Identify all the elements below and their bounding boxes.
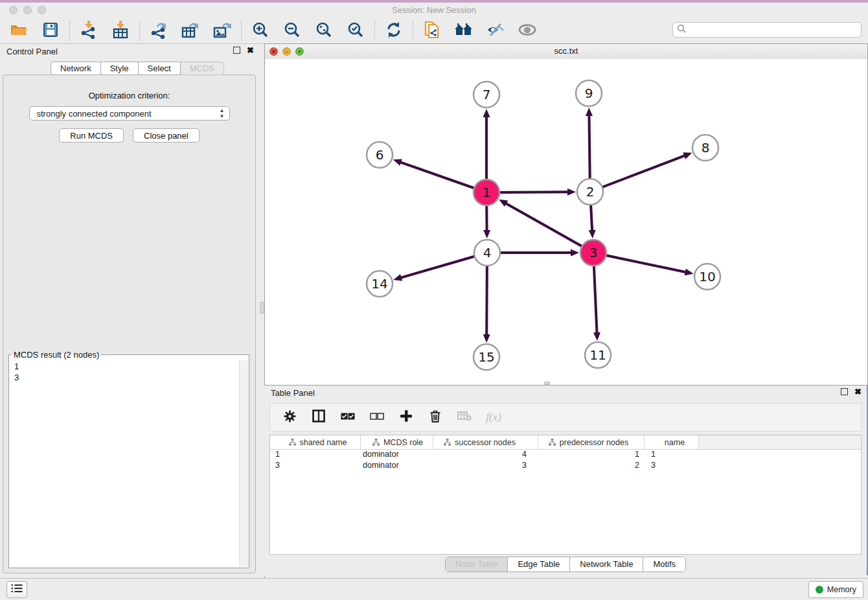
open-folder-icon bbox=[10, 22, 28, 40]
cell-shared-name[interactable]: 3 bbox=[270, 461, 361, 472]
export-image-button[interactable] bbox=[212, 21, 233, 41]
graph-node-label: 2 bbox=[586, 184, 595, 200]
network-canvas[interactable]: 7968124314101511 bbox=[265, 59, 867, 385]
column-header-name[interactable]: name bbox=[645, 435, 699, 449]
table-settings-button[interactable] bbox=[282, 410, 297, 424]
graph-node-label: 7 bbox=[483, 87, 491, 102]
table-row[interactable]: 3 dominator 3 2 3 bbox=[270, 461, 861, 472]
show-columns-button[interactable] bbox=[312, 410, 326, 424]
open-session-button[interactable] bbox=[8, 21, 29, 41]
save-session-button[interactable] bbox=[40, 21, 61, 41]
graph-node-label: 3 bbox=[589, 245, 598, 260]
zoom-out-button[interactable] bbox=[282, 21, 303, 41]
delete-column-button[interactable] bbox=[428, 410, 442, 424]
tab-network[interactable]: Network bbox=[51, 62, 101, 75]
graph-edge-arrow bbox=[589, 230, 596, 238]
export-table-button[interactable] bbox=[180, 21, 201, 41]
columns-icon bbox=[312, 410, 325, 425]
search-box[interactable] bbox=[672, 22, 862, 38]
close-table-panel-icon[interactable]: ✖ bbox=[854, 388, 862, 395]
eye-icon bbox=[518, 24, 536, 38]
search-icon bbox=[677, 24, 686, 36]
export-image-icon bbox=[213, 21, 231, 41]
cell-predecessor-nodes[interactable]: 2 bbox=[538, 461, 645, 472]
column-header-shared-name[interactable]: shared name bbox=[270, 435, 361, 449]
result-scrollbar[interactable] bbox=[239, 360, 248, 567]
graph-edge[interactable] bbox=[506, 203, 593, 253]
tab-edge-table[interactable]: Edge Table bbox=[507, 557, 569, 571]
cell-mcds-role[interactable]: dominator bbox=[361, 461, 433, 472]
select-all-button[interactable] bbox=[341, 410, 355, 424]
run-mcds-button[interactable]: Run MCDS bbox=[59, 128, 124, 143]
deselect-all-button[interactable] bbox=[370, 410, 384, 424]
add-column-button[interactable] bbox=[399, 410, 413, 424]
network-close-button[interactable]: ✕ bbox=[269, 47, 278, 56]
graph-edge[interactable] bbox=[590, 156, 685, 192]
close-panel-button[interactable]: Close panel bbox=[133, 128, 200, 143]
criterion-select[interactable]: strongly connected component ▲▼ bbox=[29, 106, 230, 121]
tab-motifs[interactable]: Motifs bbox=[643, 557, 685, 571]
cell-name[interactable]: 3 bbox=[645, 461, 699, 472]
function-builder-button[interactable]: f(x) bbox=[486, 410, 501, 424]
tab-mcds[interactable]: MCDS bbox=[181, 62, 224, 75]
network-graph: 7968124314101511 bbox=[265, 59, 867, 385]
tab-select[interactable]: Select bbox=[139, 62, 181, 75]
tab-network-table[interactable]: Network Table bbox=[569, 557, 643, 571]
table-row[interactable]: 1 dominator 4 1 1 bbox=[270, 450, 861, 461]
column-header-predecessor-nodes[interactable]: predecessor nodes bbox=[538, 435, 645, 449]
zoom-in-button[interactable] bbox=[250, 21, 271, 41]
memory-button[interactable]: Memory bbox=[808, 581, 863, 598]
close-panel-icon[interactable]: ✖ bbox=[247, 47, 254, 54]
graph-node-label: 8 bbox=[702, 140, 710, 156]
clone-network-button[interactable] bbox=[422, 21, 442, 41]
graph-edge-arrow bbox=[393, 159, 402, 165]
tree-icon bbox=[444, 439, 451, 446]
cell-mcds-role[interactable]: dominator bbox=[361, 450, 433, 461]
float-table-panel-icon[interactable] bbox=[841, 388, 848, 395]
splitter-grip[interactable] bbox=[260, 302, 264, 314]
refresh-button[interactable] bbox=[383, 21, 404, 41]
graph-node-label: 10 bbox=[699, 269, 715, 284]
control-panel-tabs: Network Style Select MCDS bbox=[51, 62, 224, 75]
graph-node-label: 15 bbox=[478, 349, 494, 365]
import-network-button[interactable] bbox=[78, 21, 99, 41]
zoom-in-icon bbox=[252, 21, 269, 41]
tab-node-table[interactable]: Node Table bbox=[446, 557, 508, 571]
delete-table-icon bbox=[457, 411, 472, 424]
graph-edge[interactable] bbox=[593, 253, 686, 272]
zoom-fit-button[interactable] bbox=[314, 21, 334, 41]
import-table-button[interactable] bbox=[110, 21, 131, 41]
network-maximize-button[interactable]: + bbox=[295, 47, 304, 56]
cell-name[interactable]: 1 bbox=[645, 450, 699, 461]
cell-successor-nodes[interactable]: 4 bbox=[433, 450, 538, 461]
task-history-button[interactable] bbox=[6, 581, 27, 598]
column-header-mcds-role[interactable]: MCDS role bbox=[361, 435, 433, 449]
status-bar: Memory bbox=[0, 578, 868, 600]
tab-style[interactable]: Style bbox=[101, 62, 139, 75]
cell-shared-name[interactable]: 1 bbox=[270, 450, 361, 461]
graph-edge-arrow bbox=[483, 230, 490, 238]
search-input[interactable] bbox=[689, 23, 861, 36]
import-network-icon bbox=[80, 21, 97, 41]
cell-successor-nodes[interactable]: 3 bbox=[433, 461, 538, 472]
mcds-panel: Optimization criterion: strongly connect… bbox=[3, 75, 256, 573]
table-toolbar: f(x) bbox=[269, 403, 862, 432]
show-graphics-button[interactable] bbox=[517, 21, 538, 41]
network-minimize-button[interactable]: − bbox=[282, 47, 291, 56]
cell-predecessor-nodes[interactable]: 1 bbox=[538, 450, 645, 461]
graph-node-label: 9 bbox=[585, 86, 593, 101]
hide-selected-button[interactable] bbox=[485, 21, 506, 41]
delete-table-button[interactable] bbox=[457, 410, 472, 424]
checked-boxes-icon bbox=[341, 411, 355, 423]
header-filler bbox=[699, 435, 861, 449]
home-button[interactable] bbox=[453, 21, 474, 41]
memory-label: Memory bbox=[827, 585, 856, 594]
network-window-titlebar[interactable]: ✕ − + scc.txt bbox=[265, 44, 867, 60]
column-header-successor-nodes[interactable]: successor nodes bbox=[433, 435, 538, 449]
export-network-button[interactable] bbox=[148, 21, 169, 41]
float-panel-icon[interactable] bbox=[233, 47, 240, 54]
graph-edge-arrow bbox=[586, 108, 593, 116]
canvas-scroll-handle[interactable] bbox=[544, 382, 550, 385]
window-title: Session: New Session bbox=[0, 5, 868, 15]
zoom-selected-button[interactable] bbox=[345, 21, 366, 41]
